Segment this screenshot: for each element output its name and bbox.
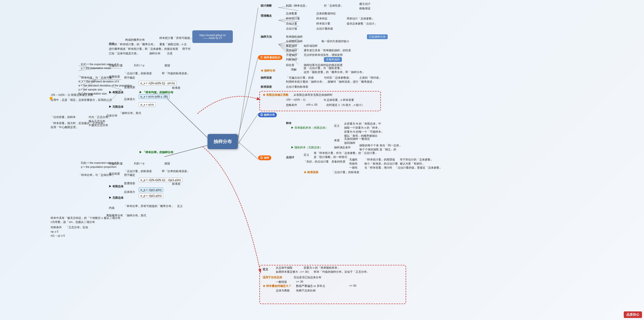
judgment-sampling: 判断抽样: [286, 58, 297, 61]
branch1-label: ① 抽样基础知识: [258, 55, 282, 60]
srsf-source2: 放回抽样: [344, 141, 355, 145]
star-sampling-dist: ★ 抽样分布: [261, 69, 275, 73]
random-sample-infinite: ▶ 随机样本（无限总体）: [291, 146, 322, 149]
expectation-label2: 期望: [164, 162, 170, 166]
sample-size-severe: 数据严重偏态 or 异常点: [296, 284, 325, 288]
formula-infinite-approx: σ_x = σ/√n (n/N ≤ .05): [139, 94, 170, 99]
clt-then: 样本「均值的抽样分布」近似于「正态分布」: [314, 270, 369, 274]
made-by: —— made by ZY: [203, 37, 222, 39]
good-est-label: 「良好」的点估计量: [304, 160, 329, 164]
formula-prop-infinite: σ_p = √(p(1-p)/n): [139, 193, 163, 198]
branch-sampling-method: 抽样方法: [261, 35, 272, 39]
fpc-formula: √(N − n)/(N − 1): [286, 98, 305, 101]
fpc-note: √(N − n)/(N − 1) 有限总体修正系数: [51, 93, 93, 97]
pt-est-def1: 将「样本统计量」作为「总体参数」的「点估计量」: [314, 151, 378, 155]
consistent-result: 「点估计量的值」更接近「总体参数」: [395, 166, 442, 170]
sample-section: 样本: [286, 121, 292, 125]
point-est-stat: 样本统计量: [316, 22, 330, 26]
svg-line-1: [238, 57, 258, 138]
convenient-sampling: 方便抽样: [286, 53, 297, 57]
prob-approx: 「样本统计量」和「总体参数」的接近程度: [125, 47, 178, 51]
branch2-label: ② 抽样: [258, 155, 271, 160]
systematic-sampling: 系统抽样: [286, 49, 297, 52]
simple-random: 简单随机抽样: [286, 35, 303, 39]
svg-line-4: [164, 96, 207, 138]
stat-establish: 建立估计: [359, 2, 370, 6]
formula-finite-normal: σ_x = √((N-n)/(N-1)) · (σ/√n): [139, 81, 177, 85]
good-est-prop: 具备的性质: [331, 160, 345, 164]
cluster-sampling: 整群抽样: [286, 44, 297, 48]
ev-eq-mu: E(x̄) = μ: [134, 64, 144, 67]
pt-est-def2: 是「统计推断」的一种形式: [314, 155, 347, 159]
non-prob-sampling-btn[interactable]: 非概率抽样: [324, 57, 342, 62]
sym-cond-label: 对称条件: [51, 225, 62, 229]
pt-est-def-label: 定义: [304, 153, 309, 157]
infinite-pop-label: ▶ 无限总体: [109, 105, 123, 109]
sample-stat-use: 用来估计「总体参数」: [347, 17, 375, 20]
yellow-dot-note: [50, 97, 53, 100]
sd-understand2: 这些「随机变量」的「概率分布」即「抽样分布」: [304, 70, 365, 74]
rsi-cond: 抽样满足条件: [334, 146, 351, 149]
ep-formula: E(p̄) = the expected value of p̄: [81, 161, 119, 165]
known-sampling-dist-btn[interactable]: 已知抽样分布: [367, 34, 388, 39]
clt-def-label: 定义: [263, 267, 268, 271]
prop-sample-possible: 「样本比率」所有可能值的「概率分布」: [124, 204, 174, 208]
total-nums: 总体数量: [286, 12, 297, 15]
srsf-def: 定义: [334, 124, 340, 128]
stat-infer-on: 对「总体性质」: [324, 4, 343, 8]
systematic-desc: 通常使它具有「简单随机抽样」的性质: [304, 49, 351, 52]
clt-n30: >= 30: [296, 280, 303, 283]
fpc-from: 从有限总体而非无限总体抽样时: [294, 93, 333, 97]
close-point-std: 「点估计量」的标准差: [124, 169, 152, 173]
n1p-cond: n(1 − p) ≥ 5: [51, 234, 65, 237]
sym-cond-normal: 「正态分布」近似: [66, 225, 88, 229]
normal-case-prop: 普通情形: [124, 181, 135, 185]
srsf-source1: 无放回抽样 一般假定: [344, 137, 370, 141]
srsf-from: 来源: [334, 139, 340, 142]
simple-random-sample-finite: ▶ 简单随机样本（有限总体）: [291, 126, 328, 130]
any-sample-label: 「任何容量」的样本: [51, 115, 76, 119]
std-err2-desc: 「点估计量」的标准差: [331, 170, 359, 174]
total-nums-desc: 总体的数值特征: [316, 12, 336, 15]
note-label: 注意: [167, 52, 173, 55]
star-sample-size: ★ 样本量如何确定大？: [263, 284, 291, 288]
branch-clarify: 理清概念: [261, 14, 272, 18]
expectation-label: 期望: [164, 64, 170, 67]
point-est-provide: 提供总体参数「点估计」: [347, 22, 377, 26]
sampling-dist-label: 抽样分布: [149, 52, 160, 55]
pop-mean-label: μ = the population mean: [81, 66, 111, 70]
known-total-label: 已知「总体均值及方差」: [109, 52, 139, 55]
url-box: https://woaielf.github.io/ —— made by ZY: [192, 30, 233, 43]
fpc-N: N 总体容量，n 样本容量: [324, 98, 354, 102]
not-normal-label: 不服从正态分布: [89, 123, 108, 127]
mean-dist-arrow: ▶ 「样本均值」的抽样分布: [139, 90, 173, 94]
url-text: https://woaielf.github.io/: [199, 34, 226, 37]
star-std-err2: ★ 标准误差: [304, 170, 318, 174]
np-cond: np ≥ 5: [51, 230, 58, 233]
se-desc4: 利用样本统计量的「抽样分布」，能够对「抽样误差」进行「概率描述」: [286, 80, 375, 84]
sample-size-discrete: 总体为离散: [276, 289, 290, 292]
prop-dist-arrow: ▶ 「样本比率」的抽样分布: [139, 150, 173, 154]
central-node: 抽样分布: [207, 134, 238, 149]
std-err-desc: 点估计量的标准差: [286, 85, 308, 89]
svg-line-3: [238, 114, 258, 144]
binomial2: n为常数，故「x/n」也服从二项分布: [51, 220, 95, 224]
dev-point-std: 「点估计量」的标准差: [124, 72, 152, 75]
equals-pop: 等于所估计的「总体参数」: [400, 158, 433, 162]
consistent-desc: 当「样本容量」增大时: [364, 166, 392, 170]
point-est-val-desc: 点估计量的值: [316, 27, 333, 31]
ev-formula: E(x̄) = the expected value of x̄: [81, 63, 119, 66]
fpc-apply-note: 应用中，总是「假定」总体容量较大，应用此公式: [51, 98, 112, 102]
effective-desc: 较小「标准差」的点估计量: [364, 162, 398, 166]
sample-stat-char: 样本特征: [316, 17, 327, 20]
prob-describe: 进行概率描述: [109, 47, 126, 51]
fpc-ignore-cond: n/N ≤ .05: [306, 103, 318, 106]
point-est-section: 点估计: [286, 155, 294, 159]
clt-from: 从总体中抽取: [276, 266, 293, 270]
def-composed: 构成的概率分布: [125, 38, 145, 42]
sample-prop-pop: 「样本比率」与「总体比率」: [78, 173, 115, 177]
sample-stat: 样本统计量: [286, 17, 300, 20]
convenient-desc: 无法评价样本优良性，谨慎使用: [304, 53, 343, 57]
srsf-def3: 容量为 N 的每一个「可能样本」: [344, 130, 384, 134]
prop-connotation: 内涵: [109, 206, 114, 210]
